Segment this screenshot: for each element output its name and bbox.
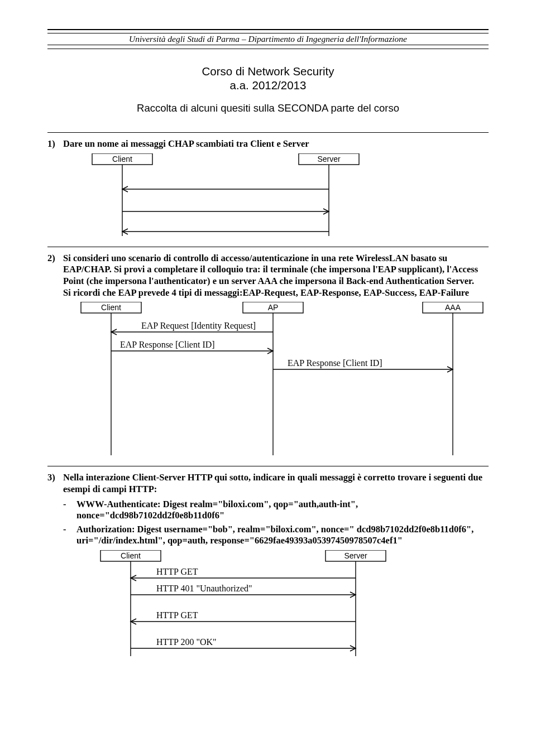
question-text: Si consideri uno scenario di controllo d… (63, 253, 489, 299)
question-1: 1) Dare un nome ai messaggi CHAP scambia… (47, 138, 489, 239)
svg-text:HTTP GET: HTTP GET (156, 567, 198, 576)
svg-text:EAP Response [Client ID]: EAP Response [Client ID] (288, 358, 382, 368)
svg-text:EAP Request [Identity Request]: EAP Request [Identity Request] (141, 321, 256, 331)
question-text: Nella interazione Client-Server HTTP qui… (63, 472, 489, 495)
diagram-svg: Client Server HTTP GET HTTP 401 "Unautho… (47, 550, 489, 656)
diagram-svg: Client Server (47, 153, 489, 236)
bullet-text: WWW-Authenticate: Digest realm="biloxi.c… (76, 499, 489, 522)
course-title: Corso di Network Security a.a. 2012/2013 (47, 65, 489, 92)
svg-text:Server: Server (344, 551, 367, 560)
question-number: 2) (47, 253, 63, 264)
question-number: 3) (47, 472, 63, 483)
svg-text:HTTP GET: HTTP GET (156, 610, 198, 620)
svg-text:AAA: AAA (445, 303, 461, 312)
svg-text:HTTP 200 "OK": HTTP 200 "OK" (156, 637, 217, 647)
header-text: Università degli Studi di Parma – Dipart… (47, 33, 489, 45)
svg-text:Client: Client (121, 551, 141, 560)
svg-text:Client: Client (112, 155, 132, 163)
divider (47, 132, 489, 133)
svg-text:Client: Client (101, 303, 121, 312)
svg-text:Server: Server (317, 155, 341, 163)
page-header: Università degli Studi di Parma – Dipart… (47, 31, 489, 47)
bullet-item: - WWW-Authenticate: Digest realm="biloxi… (63, 499, 489, 522)
document-subtitle: Raccolta di alcuni quesiti sulla SECONDA… (47, 102, 489, 114)
divider (47, 466, 489, 466)
svg-text:HTTP 401 "Unauthorized": HTTP 401 "Unauthorized" (156, 584, 252, 593)
bullet-dash: - (63, 499, 76, 510)
diagram-svg: Client AP AAA EAP Request [Identity Requ… (47, 302, 489, 455)
sequence-diagram-eap: Client AP AAA EAP Request [Identity Requ… (47, 302, 489, 458)
divider (47, 247, 489, 247)
sequence-diagram-chap: Client Server (47, 153, 489, 239)
question-2: 2) Si consideri uno scenario di controll… (47, 253, 489, 459)
svg-text:EAP Response [Client ID]: EAP Response [Client ID] (120, 340, 215, 350)
bullet-text: Authorization: Digest username="bob", re… (76, 524, 489, 547)
sequence-diagram-http: Client Server HTTP GET HTTP 401 "Unautho… (47, 550, 489, 659)
title-line-1: Corso di Network Security (47, 65, 489, 79)
title-line-2: a.a. 2012/2013 (47, 79, 489, 93)
question-3: 3) Nella interazione Client-Server HTTP … (47, 472, 489, 659)
bullet-dash: - (63, 524, 76, 535)
question-text: Dare un nome ai messaggi CHAP scambiati … (63, 138, 489, 150)
svg-text:AP: AP (268, 303, 279, 312)
question-number: 1) (47, 138, 63, 150)
bullet-item: - Authorization: Digest username="bob", … (63, 524, 489, 547)
